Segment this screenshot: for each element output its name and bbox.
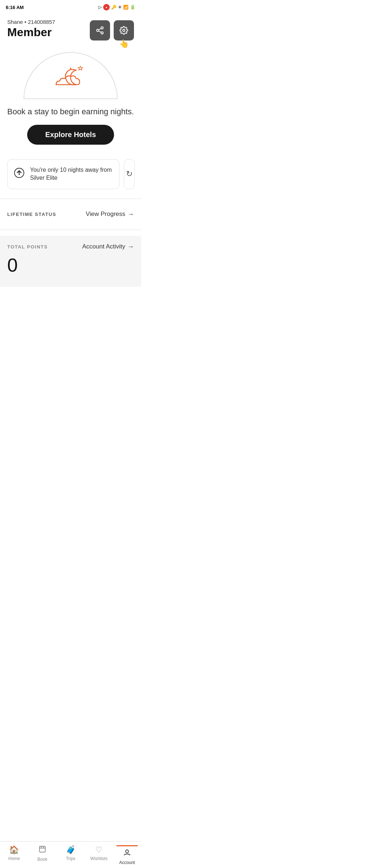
promo-card-partial[interactable]: ↻ (124, 159, 135, 189)
svg-point-5 (123, 29, 125, 31)
profile-separator: • (25, 19, 28, 25)
account-activity-text: Account Activity (82, 243, 125, 250)
account-activity-link[interactable]: Account Activity → (82, 243, 134, 251)
svg-point-2 (101, 32, 103, 34)
profile-info: Shane • 214008857 Member (7, 19, 55, 39)
moon-illustration (49, 61, 92, 97)
svg-point-0 (101, 27, 103, 29)
status-time: 6:16 AM (6, 5, 24, 10)
battery-icon: 🔋 (130, 5, 135, 10)
settings-button[interactable]: 👆 (114, 20, 134, 41)
svg-point-1 (97, 29, 99, 31)
arrow-icon: → (127, 210, 134, 218)
video-icon: ▷ (98, 5, 102, 10)
lifetime-label: LIFETIME STATUS (7, 212, 56, 217)
view-progress-text: View Progress (86, 210, 125, 218)
explore-hotels-button[interactable]: Explore Hotels (27, 125, 114, 145)
divider-2 (0, 230, 141, 230)
profile-name-id: Shane • 214008857 (7, 19, 55, 25)
points-section: TOTAL POINTS Account Activity → 0 (0, 236, 141, 287)
activity-arrow-icon: → (127, 243, 134, 251)
share-button[interactable] (90, 20, 110, 41)
view-progress-link[interactable]: View Progress → (86, 210, 134, 218)
signal-icon: 📶 (123, 5, 129, 10)
key-icon: 🔑 (111, 5, 117, 10)
svg-point-6 (70, 68, 71, 69)
refresh-icon: ↻ (126, 169, 133, 179)
profile-header: Shane • 214008857 Member (0, 13, 141, 45)
rec-indicator: ● (103, 4, 110, 10)
promo-card-silver[interactable]: You're only 10 nights away from Silver E… (7, 159, 119, 189)
upgrade-icon (13, 167, 25, 181)
night-graphic (24, 52, 118, 99)
svg-line-3 (99, 31, 101, 33)
svg-line-4 (99, 29, 101, 30)
promo-section: You're only 10 nights away from Silver E… (0, 156, 141, 193)
lifetime-status-section: LIFETIME STATUS View Progress → (0, 205, 141, 224)
points-label: TOTAL POINTS (7, 244, 48, 250)
profile-member-id: 214008857 (28, 19, 55, 25)
earn-message: Book a stay to begin earning nights. (7, 106, 134, 118)
status-icons: ▷ ● 🔑 ✳ 📶 🔋 (98, 4, 135, 10)
profile-tier: Member (7, 26, 55, 39)
points-value: 0 (7, 254, 134, 276)
bluetooth-icon: ✳ (118, 5, 122, 10)
graphic-section: Book a stay to begin earning nights. Exp… (0, 45, 141, 156)
profile-name: Shane (7, 19, 23, 25)
promo-text: You're only 10 nights away from Silver E… (30, 166, 113, 182)
status-bar: 6:16 AM ▷ ● 🔑 ✳ 📶 🔋 (0, 0, 141, 13)
divider-1 (0, 199, 141, 199)
points-header: TOTAL POINTS Account Activity → (7, 243, 134, 251)
header-buttons: 👆 (90, 20, 134, 41)
